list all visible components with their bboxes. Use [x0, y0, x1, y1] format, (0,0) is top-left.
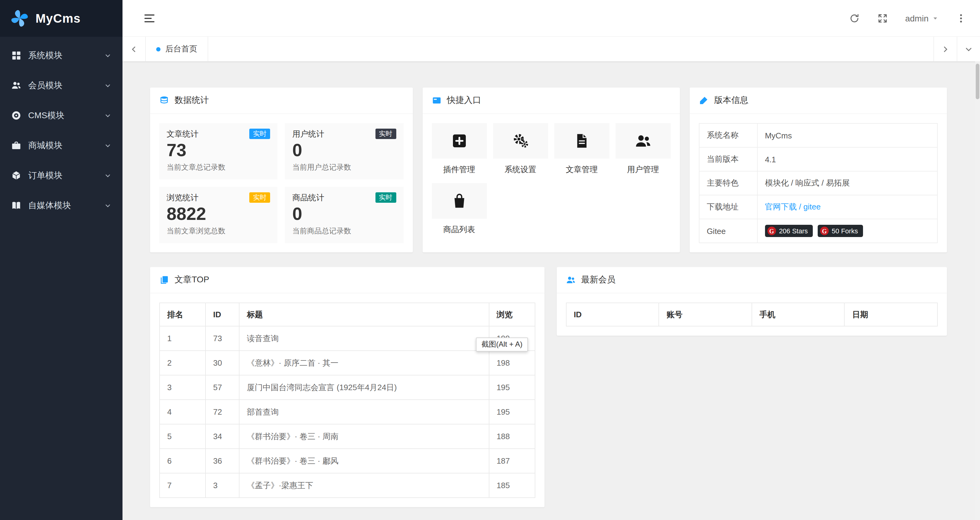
app-title: MyCms	[35, 11, 81, 25]
version-table-wrap: 系统名称 MyCms 当前版本 4.1 主要特色 模块化 / 响应式 / 易拓展	[690, 114, 947, 252]
forks-count: 50 Forks	[832, 227, 858, 235]
stat-title: 用户统计	[293, 129, 324, 140]
cell-id: 36	[205, 448, 239, 473]
stats-panel: 数据统计 文章统计 实时 73 当前文章总记录数 用户统计	[150, 87, 412, 252]
tabbar: 后台首页	[123, 37, 980, 61]
shortcut-label: 系统设置	[493, 164, 548, 175]
sidebar-item-orders[interactable]: 订单模块	[0, 161, 123, 191]
cell-title: 《意林》· 原序二首 · 其一	[239, 351, 489, 375]
shortcut-products[interactable]: 商品列表	[431, 183, 487, 235]
stat-value: 73	[167, 140, 270, 161]
active-tab-dot	[156, 47, 161, 51]
sidebar-item-system[interactable]: 系统模块	[0, 40, 123, 70]
fullscreen-icon[interactable]	[877, 13, 888, 24]
cell-rank: 6	[159, 448, 205, 473]
stat-value: 0	[293, 204, 396, 224]
shortcuts-panel-header: 快捷入口	[422, 87, 679, 114]
cell-id: 72	[205, 400, 239, 424]
column-header: 浏览	[489, 303, 535, 326]
stat-title: 浏览统计	[167, 192, 199, 204]
shortcut-users[interactable]: 用户管理	[616, 123, 671, 175]
tabbar-spacer	[208, 37, 934, 61]
topbar-actions: admin	[849, 13, 980, 24]
stat-card-views: 浏览统计 实时 8822 当前文章浏览总数	[159, 187, 278, 243]
bottom-panels-row: 文章TOP 排名 ID 标题 浏览	[150, 267, 947, 507]
cell-id: 57	[205, 375, 239, 400]
cell-rank: 4	[159, 400, 205, 424]
pen-icon	[699, 95, 709, 105]
scrollbar[interactable]	[975, 61, 980, 520]
refresh-icon[interactable]	[849, 13, 860, 24]
status-badge: 实时	[375, 129, 396, 139]
tabs-scroll-left-button[interactable]	[123, 37, 146, 61]
sidebar-item-members[interactable]: 会员模块	[0, 70, 123, 100]
gitee-link[interactable]: gitee	[803, 202, 821, 211]
sidebar-item-media[interactable]: 自媒体模块	[0, 191, 123, 221]
article-top-table: 排名 ID 标题 浏览 1 73 读音查询 199	[159, 302, 535, 498]
panel-title: 快捷入口	[447, 95, 481, 106]
article-top-panel: 文章TOP 排名 ID 标题 浏览	[150, 267, 544, 507]
topbar: admin	[123, 0, 980, 37]
gitee-logo-icon: G	[820, 227, 829, 235]
cell-views: 195	[489, 375, 535, 400]
gitee-forks-badge[interactable]: G50 Forks	[818, 225, 863, 237]
cell-views: 198	[489, 351, 535, 375]
shortcut-articles[interactable]: 文章管理	[554, 123, 609, 175]
tab-home[interactable]: 后台首页	[146, 37, 208, 61]
stat-desc: 当前商品总记录数	[293, 226, 396, 237]
cell-rank: 3	[159, 375, 205, 400]
stat-desc: 当前文章总记录数	[167, 162, 270, 173]
sidebar-item-cms[interactable]: CMS模块	[0, 100, 123, 130]
shortcut-plugins[interactable]: 插件管理	[431, 123, 487, 175]
column-header: ID	[205, 303, 239, 326]
stat-card-users: 用户统计 实时 0 当前用户总记录数	[285, 123, 404, 180]
chevron-down-icon	[104, 112, 111, 119]
chevron-down-icon	[104, 172, 111, 179]
briefcase-icon	[11, 140, 21, 151]
globe-icon	[11, 110, 21, 121]
sidebar-item-label: 系统模块	[28, 50, 104, 61]
sidebar-item-label: 订单模块	[28, 170, 104, 181]
link-separator: /	[797, 202, 803, 211]
more-vertical-icon[interactable]	[956, 13, 967, 24]
shortcut-settings[interactable]: 系统设置	[493, 123, 548, 175]
table-row: 系统名称 MyCms	[699, 123, 937, 147]
chevron-down-icon	[104, 202, 111, 209]
scrollbar-thumb[interactable]	[976, 64, 979, 99]
version-row-label: 系统名称	[699, 123, 757, 147]
cell-id: 30	[205, 351, 239, 375]
tabs-scroll-right-button[interactable]	[934, 37, 957, 61]
table-row: 3 57 厦门中国台湾同志会宣言 (1925年4月24日) 195	[159, 375, 535, 400]
version-row-label: Gitee	[699, 219, 757, 243]
panel-title: 文章TOP	[175, 274, 209, 285]
members-table-wrap: ID 账号 手机 日期	[557, 293, 947, 336]
gitee-logo-icon: G	[767, 227, 776, 235]
cell-id: 34	[205, 424, 239, 448]
cell-views: 188	[489, 424, 535, 448]
gitee-stars-badge[interactable]: G206 Stars	[765, 225, 813, 237]
cube-icon	[11, 170, 21, 181]
screenshot-tooltip: 截图(Alt + A)	[476, 337, 528, 351]
column-header: 手机	[752, 303, 845, 326]
brand[interactable]: MyCms	[0, 0, 123, 37]
users-icon	[11, 80, 21, 91]
table-row: 4 72 部首查询 195	[159, 400, 535, 424]
column-header: ID	[566, 303, 659, 326]
sidebar-toggle-icon[interactable]	[143, 11, 156, 25]
tab-label: 后台首页	[165, 43, 197, 54]
shopping-bag-icon	[431, 183, 487, 219]
user-menu[interactable]: admin	[905, 13, 939, 23]
stats-grid: 文章统计 实时 73 当前文章总记录数 用户统计 实时 0 当前用户总记录数	[150, 114, 412, 252]
tabs-menu-button[interactable]	[957, 37, 980, 61]
version-row-label: 下载地址	[699, 195, 757, 219]
sidebar-item-label: 会员模块	[28, 80, 104, 91]
official-download-link[interactable]: 官网下载	[765, 202, 797, 211]
table-header-row: ID 账号 手机 日期	[566, 303, 937, 326]
copy-icon	[159, 275, 169, 285]
table-row: 5 34 《群书治要》· 卷三 · 周南 188	[159, 424, 535, 448]
main-content: 数据统计 文章统计 实时 73 当前文章总记录数 用户统计	[123, 61, 975, 520]
stat-card-articles: 文章统计 实时 73 当前文章总记录数	[159, 123, 278, 180]
sidebar-item-mall[interactable]: 商城模块	[0, 130, 123, 161]
book-icon	[11, 200, 21, 211]
chevron-down-icon	[104, 82, 111, 89]
